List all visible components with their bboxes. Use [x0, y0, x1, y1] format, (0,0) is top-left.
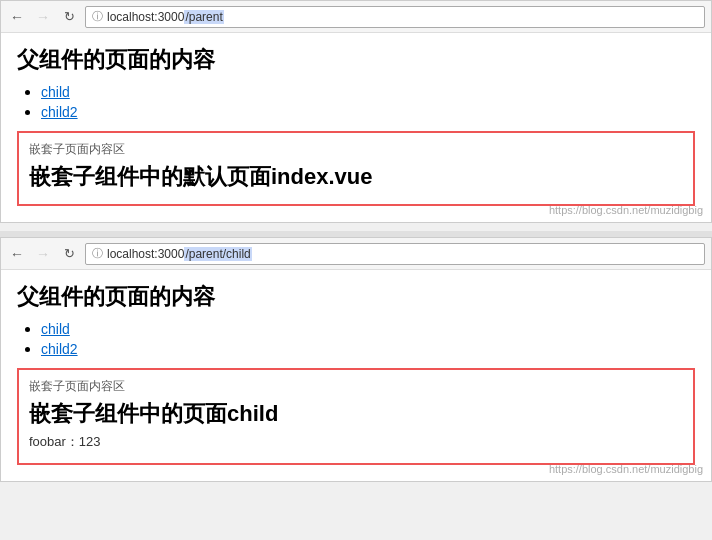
url-text-1: localhost:3000/parent: [107, 10, 224, 24]
url-text-2: localhost:3000/parent/child: [107, 247, 252, 261]
forward-button-1[interactable]: →: [33, 7, 53, 27]
nav-links-2: child child2: [17, 320, 695, 358]
list-item: child: [41, 83, 695, 101]
info-icon-1: ⓘ: [92, 9, 103, 24]
url-highlight-1: /parent: [184, 10, 223, 24]
child-area-title-2: 嵌套子组件中的页面child: [29, 399, 683, 429]
url-base-1: localhost:3000: [107, 10, 184, 24]
child-link-2[interactable]: child: [41, 321, 70, 337]
back-button-1[interactable]: ←: [7, 7, 27, 27]
browser-window-1: ← → ↻ ⓘ localhost:3000/parent 父组件的页面的内容 …: [0, 0, 712, 223]
address-bar-2: ← → ↻ ⓘ localhost:3000/parent/child: [1, 238, 711, 270]
page-title-1: 父组件的页面的内容: [17, 45, 695, 75]
browser-window-2: ← → ↻ ⓘ localhost:3000/parent/child 父组件的…: [0, 237, 712, 482]
back-button-2[interactable]: ←: [7, 244, 27, 264]
url-highlight-2: /parent/child: [184, 247, 251, 261]
info-icon-2: ⓘ: [92, 246, 103, 261]
page-title-2: 父组件的页面的内容: [17, 282, 695, 312]
url-bar-1[interactable]: ⓘ localhost:3000/parent: [85, 6, 705, 28]
page-content-2: 父组件的页面的内容 child child2 嵌套子页面内容区 嵌套子组件中的页…: [1, 270, 711, 481]
page-content-1: 父组件的页面的内容 child child2 嵌套子页面内容区 嵌套子组件中的默…: [1, 33, 711, 222]
url-bar-2[interactable]: ⓘ localhost:3000/parent/child: [85, 243, 705, 265]
foobar-text: foobar：123: [29, 433, 683, 451]
watermark-1: https://blog.csdn.net/muzidigbig: [549, 204, 703, 216]
child-area-2: 嵌套子页面内容区 嵌套子组件中的页面child foobar：123: [17, 368, 695, 465]
address-bar-1: ← → ↻ ⓘ localhost:3000/parent: [1, 1, 711, 33]
watermark-2: https://blog.csdn.net/muzidigbig: [549, 463, 703, 475]
child2-link-2[interactable]: child2: [41, 341, 78, 357]
child-area-label-1: 嵌套子页面内容区: [29, 141, 683, 158]
forward-button-2[interactable]: →: [33, 244, 53, 264]
refresh-button-2[interactable]: ↻: [59, 244, 79, 264]
child-link-1[interactable]: child: [41, 84, 70, 100]
list-item: child2: [41, 103, 695, 121]
refresh-button-1[interactable]: ↻: [59, 7, 79, 27]
list-item: child2: [41, 340, 695, 358]
url-base-2: localhost:3000: [107, 247, 184, 261]
list-item: child: [41, 320, 695, 338]
child-area-label-2: 嵌套子页面内容区: [29, 378, 683, 395]
child-area-title-1: 嵌套子组件中的默认页面index.vue: [29, 162, 683, 192]
child2-link-1[interactable]: child2: [41, 104, 78, 120]
child-area-1: 嵌套子页面内容区 嵌套子组件中的默认页面index.vue: [17, 131, 695, 206]
nav-links-1: child child2: [17, 83, 695, 121]
